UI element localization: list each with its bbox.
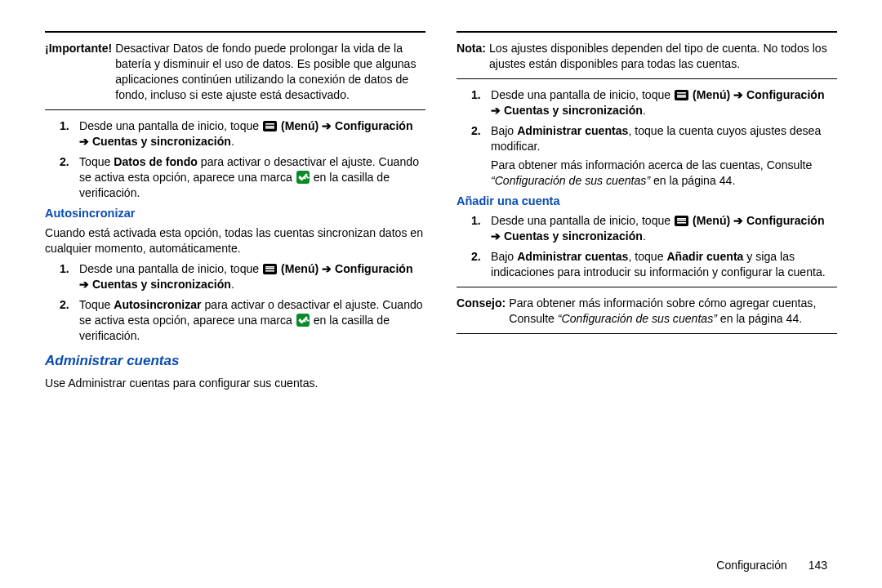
step-text: Toque xyxy=(79,298,114,311)
arrow-icon: ➔ xyxy=(322,119,335,132)
step-item: Toque Autosincronizar para activar o des… xyxy=(45,297,425,344)
note-text: Los ajustes disponibles dependen del tip… xyxy=(489,41,837,72)
reference-link[interactable]: “Configuración de sus cuentas” xyxy=(558,312,717,325)
step-item: Desde una pantalla de inicio, toque (Men… xyxy=(457,213,837,244)
step-item: Desde una pantalla de inicio, toque (Men… xyxy=(45,118,425,149)
bold-term: Datos de fondo xyxy=(114,155,198,168)
dot: . xyxy=(643,104,646,117)
rule xyxy=(457,78,837,79)
step-item: Toque Datos de fondo para activar o desa… xyxy=(45,154,425,201)
left-column: ¡Importante! Desactivar Datos de fondo p… xyxy=(45,31,425,396)
step-item: Bajo Administrar cuentas, toque Añadir c… xyxy=(457,249,837,280)
step-item: Desde una pantalla de inicio, toque (Men… xyxy=(457,87,837,118)
important-callout: ¡Importante! Desactivar Datos de fondo p… xyxy=(45,41,425,103)
important-label: ¡Importante! xyxy=(45,41,115,103)
step-text: Desde una pantalla de inicio, toque xyxy=(491,214,674,227)
arrow-icon: ➔ xyxy=(733,88,746,101)
heading-admin-accounts: Administrar cuentas xyxy=(45,352,425,371)
menu-label: (Menú) xyxy=(281,262,318,275)
rule xyxy=(45,109,425,110)
menu-icon xyxy=(263,264,277,274)
autosync-paragraph: Cuando está activada esta opción, todas … xyxy=(45,225,425,256)
note-label: Nota: xyxy=(457,41,489,72)
heading-add-account: Añadir una cuenta xyxy=(457,194,837,210)
checkmark-icon xyxy=(296,314,310,327)
admin-paragraph: Use Administrar cuentas para configurar … xyxy=(45,376,425,391)
step-item: Bajo Administrar cuentas, toque la cuent… xyxy=(457,123,837,189)
step-text: Para obtener más información acerca de l… xyxy=(491,158,812,172)
step-text: Bajo xyxy=(491,124,517,137)
dot: . xyxy=(231,278,234,291)
rule xyxy=(457,333,837,334)
menu-icon xyxy=(675,90,688,100)
bold-term: Administrar cuentas xyxy=(517,124,628,137)
step-text: Desde una pantalla de inicio, toque xyxy=(79,119,262,132)
note-callout: Nota: Los ajustes disponibles dependen d… xyxy=(457,41,837,72)
tip-text: en la página 44. xyxy=(717,312,802,325)
heading-autosync: Autosincronizar xyxy=(45,206,425,222)
menu-icon xyxy=(263,121,277,131)
two-column-layout: ¡Importante! Desactivar Datos de fondo p… xyxy=(45,31,837,396)
step-text: Desde una pantalla de inicio, toque xyxy=(79,262,262,275)
menu-icon xyxy=(675,216,688,226)
bold-term: Administrar cuentas xyxy=(517,250,628,263)
steps-autosync: Desde una pantalla de inicio, toque (Men… xyxy=(45,261,425,344)
right-column: Nota: Los ajustes disponibles dependen d… xyxy=(457,31,837,396)
tip-label: Consejo: xyxy=(457,296,509,327)
steps-background-data: Desde una pantalla de inicio, toque (Men… xyxy=(45,118,425,201)
step-item: Desde una pantalla de inicio, toque (Men… xyxy=(45,261,425,292)
step-text: , toque xyxy=(628,250,666,263)
footer-section: Configuración xyxy=(716,559,786,572)
tip-callout: Consejo: Para obtener más información so… xyxy=(457,296,837,327)
step-text: en la página 44. xyxy=(650,174,735,187)
checkmark-icon xyxy=(296,171,310,184)
steps-manage-accounts: Desde una pantalla de inicio, toque (Men… xyxy=(457,87,837,189)
arrow-icon: ➔ xyxy=(322,262,335,275)
menu-label: (Menú) xyxy=(693,88,730,101)
manual-page: ¡Importante! Desactivar Datos de fondo p… xyxy=(0,0,882,588)
rule-top xyxy=(45,31,425,33)
rule-top xyxy=(457,31,837,33)
rule xyxy=(457,287,837,287)
menu-label: (Menú) xyxy=(693,214,730,227)
dot: . xyxy=(643,229,646,243)
page-footer: Configuración 143 xyxy=(716,558,827,573)
reference-link[interactable]: “Configuración de sus cuentas” xyxy=(491,174,650,187)
dot: . xyxy=(231,135,234,148)
bold-term: Añadir cuenta xyxy=(666,250,743,263)
steps-add-account: Desde una pantalla de inicio, toque (Men… xyxy=(457,213,837,280)
bold-term: Autosincronizar xyxy=(114,298,201,311)
tip-body: Para obtener más información sobre cómo … xyxy=(509,296,837,327)
step-text: Desde una pantalla de inicio, toque xyxy=(491,88,674,101)
step-text: Toque xyxy=(79,155,114,168)
menu-label: (Menú) xyxy=(281,119,318,132)
arrow-icon: ➔ xyxy=(733,214,746,227)
page-number: 143 xyxy=(808,559,827,572)
step-text: Bajo xyxy=(491,250,517,263)
important-text: Desactivar Datos de fondo puede prolonga… xyxy=(115,41,425,103)
